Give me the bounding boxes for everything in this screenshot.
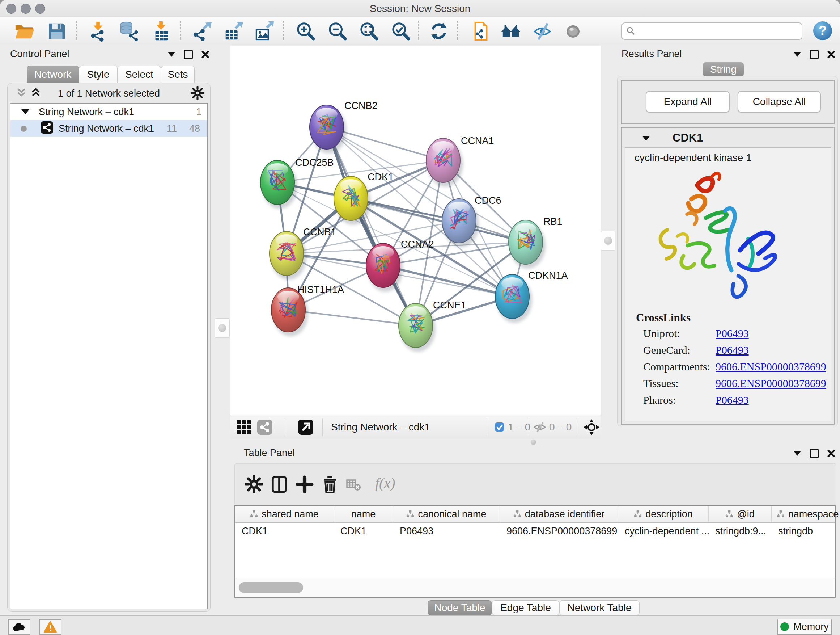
- node-RB1[interactable]: [508, 220, 546, 269]
- collection-collapse-icon[interactable]: [21, 109, 29, 114]
- tab-edge-table[interactable]: Edge Table: [492, 600, 559, 616]
- table-mode-gear-icon[interactable]: [245, 475, 263, 494]
- show-graphics-details-icon[interactable]: [562, 21, 584, 42]
- node-CCNE1[interactable]: [399, 303, 436, 352]
- import-network-file-icon[interactable]: [87, 21, 110, 42]
- column-header-name[interactable]: name: [334, 506, 393, 522]
- crosslink-value-link[interactable]: 9606.ENSP00000378699: [715, 377, 826, 390]
- import-table-file-icon[interactable]: [150, 21, 173, 42]
- column-header-database-identifier[interactable]: database identifier: [500, 506, 618, 522]
- navigator-crosshair-icon[interactable]: [583, 419, 600, 437]
- left-splitter-handle[interactable]: [215, 318, 230, 338]
- panel-float-icon[interactable]: [810, 449, 819, 458]
- edge-CCNB2-CCNE1[interactable]: [327, 127, 416, 325]
- node-CDC6[interactable]: [442, 199, 479, 247]
- panel-close-icon[interactable]: [827, 51, 835, 58]
- show-columns-icon[interactable]: [270, 475, 288, 494]
- crosslink-label: Tissues:: [643, 377, 678, 390]
- table-cell[interactable]: CDK1: [334, 523, 393, 539]
- column-header-namespace[interactable]: namespace: [772, 506, 840, 522]
- table-row[interactable]: CDK1CDK1P064939606.ENSP00000378699cyclin…: [235, 523, 835, 539]
- cloud-status-button[interactable]: [8, 619, 30, 635]
- import-network-database-icon[interactable]: [118, 21, 141, 42]
- panel-close-icon[interactable]: [202, 51, 209, 58]
- horizontal-splitter-handle[interactable]: [531, 440, 536, 445]
- node-CCNB1[interactable]: [270, 231, 306, 280]
- tab-network-table[interactable]: Network Table: [559, 600, 639, 616]
- tab-select[interactable]: Select: [118, 65, 161, 83]
- left-splitter[interactable]: [214, 46, 230, 439]
- column-header-description[interactable]: description: [618, 506, 709, 522]
- string-view-icon[interactable]: [257, 419, 273, 437]
- entry-collapse-icon[interactable]: [642, 136, 650, 141]
- import-string-network-icon[interactable]: [470, 21, 493, 42]
- table-cell[interactable]: cyclin-dependent ...: [618, 523, 709, 539]
- string-home-icon[interactable]: [500, 21, 523, 42]
- zoom-out-icon[interactable]: [326, 21, 349, 42]
- scrollbar-thumb[interactable]: [239, 582, 303, 593]
- column-header-canonical-name[interactable]: canonical name: [393, 506, 500, 522]
- column-header-shared-name[interactable]: shared name: [235, 506, 334, 522]
- tab-sets[interactable]: Sets: [161, 65, 195, 83]
- tab-network[interactable]: Network: [27, 65, 79, 83]
- search-field[interactable]: [622, 22, 802, 40]
- zoom-fit-icon[interactable]: [358, 21, 380, 42]
- table-cell[interactable]: stringdb:9...: [709, 523, 772, 539]
- network-collection-row[interactable]: String Network – cdk1 1: [11, 103, 207, 120]
- help-icon[interactable]: ?: [813, 21, 833, 41]
- create-column-icon[interactable]: [295, 475, 314, 494]
- zoom-selected-icon[interactable]: [390, 21, 412, 42]
- export-table-icon[interactable]: [222, 21, 245, 42]
- function-builder-icon: f(x): [375, 475, 395, 492]
- node-HIST1H1A[interactable]: [271, 288, 308, 336]
- panel-menu-icon[interactable]: [794, 451, 801, 456]
- panel-float-icon[interactable]: [810, 50, 819, 59]
- zoom-in-icon[interactable]: [294, 21, 317, 42]
- crosslink-value-link[interactable]: P06493: [715, 327, 749, 340]
- tab-style[interactable]: Style: [79, 65, 118, 83]
- table-cell[interactable]: P06493: [393, 523, 500, 539]
- hidden-eye-icon[interactable]: [533, 421, 546, 434]
- node-CDKN1A[interactable]: [495, 274, 532, 323]
- string-network-icon: [41, 121, 54, 136]
- hide-graphics-details-icon[interactable]: [531, 21, 554, 42]
- save-session-icon[interactable]: [46, 21, 68, 42]
- warnings-button[interactable]: [39, 619, 62, 635]
- selected-checkbox-icon[interactable]: [494, 422, 504, 433]
- right-splitter[interactable]: [600, 46, 615, 439]
- table-cell[interactable]: 9606.ENSP00000378699: [500, 523, 618, 539]
- panel-menu-icon[interactable]: [168, 52, 175, 57]
- right-splitter-handle[interactable]: [600, 231, 616, 250]
- table-cell[interactable]: CDK1: [235, 523, 334, 539]
- table-horizontal-scrollbar[interactable]: [235, 578, 835, 597]
- panel-close-icon[interactable]: [827, 450, 835, 457]
- open-session-icon[interactable]: [13, 21, 35, 42]
- network-graph[interactable]: CCNB2CCNA1CDC25BCDK1CDC6RB1CCNB1CCNA2CDK…: [230, 46, 600, 415]
- delete-column-icon[interactable]: [321, 475, 339, 494]
- apply-preferred-layout-icon[interactable]: [428, 21, 450, 42]
- collapse-all-button[interactable]: Collapse All: [737, 91, 821, 112]
- memory-button[interactable]: Memory: [777, 619, 832, 635]
- panel-float-icon[interactable]: [184, 50, 193, 59]
- network-row[interactable]: String Network – cdk1 11 48: [11, 120, 207, 137]
- node-CCNB2[interactable]: [309, 105, 347, 154]
- node-CDC25B[interactable]: [261, 160, 297, 209]
- collection-count: 1: [196, 106, 202, 118]
- crosslink-value-link[interactable]: P06493: [715, 344, 749, 356]
- tab-node-table[interactable]: Node Table: [428, 600, 492, 616]
- panel-menu-icon[interactable]: [794, 52, 801, 57]
- detach-view-icon[interactable]: [298, 419, 314, 437]
- expand-all-button[interactable]: Expand All: [646, 91, 729, 112]
- export-network-icon[interactable]: [191, 21, 214, 42]
- table-cell[interactable]: stringdb: [772, 523, 840, 539]
- node-CCNA2[interactable]: [366, 243, 403, 292]
- crosslink-value-link[interactable]: 9606.ENSP00000378699: [715, 361, 826, 373]
- view-grid-icon[interactable]: [236, 420, 251, 436]
- network-canvas[interactable]: CCNB2CCNA1CDC25BCDK1CDC6RB1CCNB1CCNA2CDK…: [230, 46, 600, 415]
- tab-string[interactable]: String: [703, 62, 744, 76]
- search-input[interactable]: [639, 24, 799, 38]
- network-options-gear-icon[interactable]: [191, 86, 204, 101]
- crosslink-value-link[interactable]: P06493: [715, 394, 749, 406]
- column-header-@id[interactable]: @id: [709, 506, 772, 522]
- export-image-icon[interactable]: [253, 21, 275, 42]
